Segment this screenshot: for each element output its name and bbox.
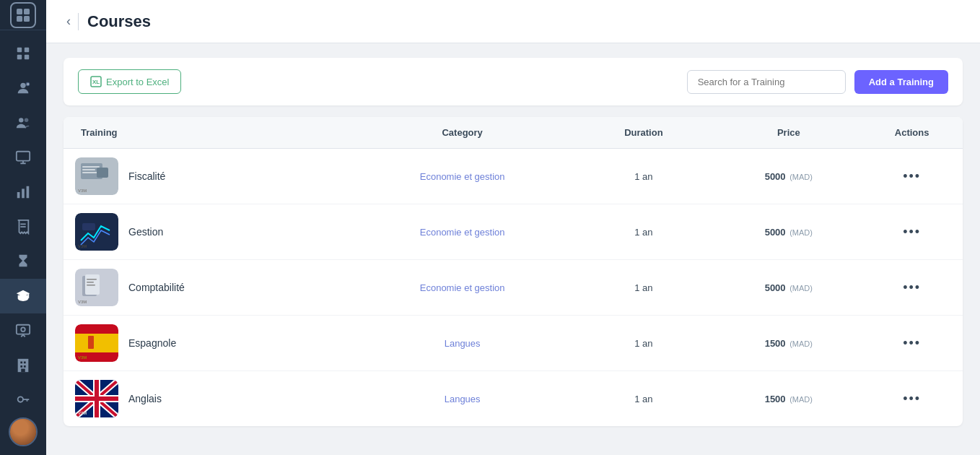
building-icon xyxy=(15,358,31,373)
actions-cell-4: ••• xyxy=(861,383,963,415)
svg-rect-39 xyxy=(82,223,95,230)
sidebar-item-key[interactable] xyxy=(0,383,46,417)
actions-cell-1: ••• xyxy=(861,216,963,248)
actions-menu-0[interactable]: ••• xyxy=(872,169,951,184)
sidebar-item-users[interactable] xyxy=(0,105,46,140)
duration-value-3: 1 an xyxy=(634,338,652,349)
sidebar-item-billing[interactable] xyxy=(0,209,46,244)
svg-rect-44 xyxy=(87,279,97,280)
certificate-icon xyxy=(15,323,31,339)
training-cell-2: V3M Comptabilité xyxy=(64,260,354,315)
svg-rect-23 xyxy=(20,362,22,364)
svg-rect-36 xyxy=(97,168,108,178)
user-avatar[interactable] xyxy=(9,417,38,446)
svg-rect-20 xyxy=(17,325,30,334)
svg-rect-1 xyxy=(24,9,30,14)
category-link-4[interactable]: Langues xyxy=(445,394,481,404)
training-cell-1: V3M Gestion xyxy=(64,204,354,259)
back-button[interactable]: ‹ xyxy=(66,14,71,29)
svg-text:V3M: V3M xyxy=(78,411,87,415)
svg-rect-62 xyxy=(75,396,118,401)
price-value-3: 1500 (MAD) xyxy=(765,338,813,349)
category-cell-4: Langues xyxy=(354,385,571,413)
price-cell-1: 5000 (MAD) xyxy=(716,218,861,246)
sidebar-item-building[interactable] xyxy=(0,348,46,383)
table-row: V3M Anglais Langues 1 an 1500 (MAD) ••• xyxy=(64,371,963,426)
svg-rect-5 xyxy=(25,48,29,52)
sidebar-item-dashboard[interactable] xyxy=(0,36,46,71)
actions-cell-3: ••• xyxy=(861,327,963,360)
training-cell-4: V3M Anglais xyxy=(64,371,354,426)
sidebar-item-hourglass[interactable] xyxy=(0,244,46,279)
actions-menu-4[interactable]: ••• xyxy=(872,391,951,407)
training-name-2: Comptabilité xyxy=(128,282,185,293)
category-cell-2: Economie et gestion xyxy=(354,274,571,302)
category-link-0[interactable]: Economie et gestion xyxy=(420,171,505,182)
svg-rect-14 xyxy=(17,192,20,198)
admin-icon: ⚙ xyxy=(15,80,31,96)
svg-rect-35 xyxy=(82,172,98,173)
duration-value-4: 1 an xyxy=(634,394,652,404)
price-value-0: 5000 (MAD) xyxy=(765,171,813,182)
main-content: ‹ Courses XL Export to Excel Add a Train… xyxy=(46,0,980,455)
table-body: V3M Fiscalité Economie et gestion 1 an 5… xyxy=(64,149,963,426)
col-actions: Actions xyxy=(861,117,963,148)
actions-menu-3[interactable]: ••• xyxy=(872,336,951,351)
svg-point-8 xyxy=(20,83,25,88)
svg-point-11 xyxy=(19,118,23,122)
price-value-4: 1500 (MAD) xyxy=(765,394,813,404)
sidebar-item-certificate[interactable] xyxy=(0,313,46,348)
category-link-1[interactable]: Economie et gestion xyxy=(420,227,505,238)
col-duration: Duration xyxy=(571,117,716,148)
svg-rect-45 xyxy=(87,282,94,283)
training-info-3: V3M Espagnole xyxy=(75,324,342,362)
svg-rect-4 xyxy=(17,48,22,52)
content-area: XL Export to Excel Add a Training Traini… xyxy=(46,43,980,455)
svg-rect-6 xyxy=(17,55,22,59)
courses-table: Training Category Duration Price Actions… xyxy=(64,117,963,426)
duration-cell-4: 1 an xyxy=(571,385,716,413)
actions-cell-2: ••• xyxy=(861,272,963,304)
category-link-3[interactable]: Langues xyxy=(445,338,481,349)
add-training-button[interactable]: Add a Training xyxy=(854,70,948,94)
actions-menu-1[interactable]: ••• xyxy=(872,225,951,240)
price-cell-2: 5000 (MAD) xyxy=(716,274,861,302)
svg-rect-34 xyxy=(82,169,95,170)
col-category: Category xyxy=(354,117,571,148)
svg-rect-15 xyxy=(22,188,25,198)
training-name-4: Anglais xyxy=(128,393,162,404)
actions-menu-2[interactable]: ••• xyxy=(872,280,951,295)
price-cell-4: 1500 (MAD) xyxy=(716,385,861,413)
sidebar-item-admin[interactable]: ⚙ xyxy=(0,71,46,105)
svg-text:V3M: V3M xyxy=(78,244,87,248)
category-cell-3: Langues xyxy=(354,329,571,358)
price-cell-0: 5000 (MAD) xyxy=(716,162,861,191)
category-link-2[interactable]: Economie et gestion xyxy=(420,282,505,293)
sidebar-item-courses[interactable] xyxy=(0,279,46,313)
table-row: V3M Gestion Economie et gestion 1 an 500… xyxy=(64,204,963,260)
training-info-4: V3M Anglais xyxy=(75,380,342,417)
svg-rect-2 xyxy=(17,16,22,22)
receipt-icon xyxy=(15,219,31,235)
toolbar-right: Add a Training xyxy=(687,70,948,94)
svg-text:V3M: V3M xyxy=(78,300,87,304)
page-title: Courses xyxy=(87,12,151,31)
monitor-icon xyxy=(15,150,31,165)
course-thumb-3: V3M xyxy=(75,324,118,362)
people-icon xyxy=(15,115,31,131)
training-cell-0: V3M Fiscalité xyxy=(64,149,354,204)
sidebar-item-monitor[interactable] xyxy=(0,140,46,175)
svg-point-28 xyxy=(18,396,23,402)
hourglass-icon xyxy=(15,254,31,269)
course-thumb-4: V3M xyxy=(75,380,118,417)
duration-value-1: 1 an xyxy=(634,227,652,238)
svg-rect-46 xyxy=(87,285,95,286)
svg-rect-13 xyxy=(17,152,30,161)
search-input[interactable] xyxy=(687,70,846,94)
export-button[interactable]: XL Export to Excel xyxy=(78,69,181,94)
training-info-1: V3M Gestion xyxy=(75,213,342,251)
sidebar-bottom xyxy=(9,417,38,455)
sidebar-item-stats[interactable] xyxy=(0,175,46,209)
svg-text:⚙: ⚙ xyxy=(27,83,30,86)
svg-rect-26 xyxy=(24,365,26,368)
